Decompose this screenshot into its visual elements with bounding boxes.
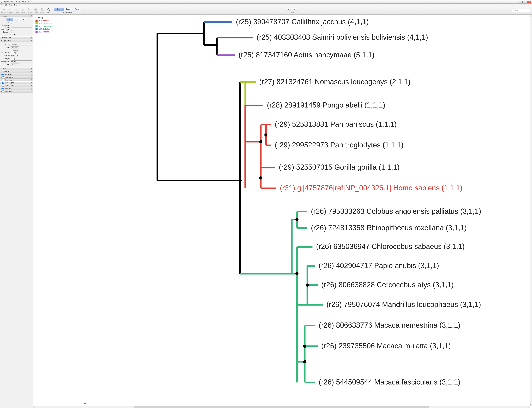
nav-prev[interactable]: ◄	[286, 8, 291, 11]
colour-icon	[34, 8, 38, 12]
annotate-icon	[27, 8, 31, 12]
nav-next[interactable]: ►	[292, 8, 297, 11]
maximize-button[interactable]: □	[523, 1, 527, 3]
find-icon	[47, 8, 50, 12]
minimize-button[interactable]: —	[518, 1, 522, 3]
svg-point-7	[47, 8, 49, 10]
selmode-taxa[interactable]: Taxa	[73, 8, 81, 11]
java-icon	[1, 1, 3, 3]
tool-collapse[interactable]: Collapse	[7, 8, 13, 13]
selmode-node[interactable]: Node	[54, 8, 63, 11]
rotate-icon	[21, 8, 25, 12]
nav-group: ◄ ► Prev/Next	[286, 8, 297, 13]
hilight-icon	[40, 8, 44, 12]
reroot-icon	[15, 8, 19, 12]
svg-marker-1	[9, 9, 11, 10]
tool-rotate[interactable]: Rotate	[20, 8, 26, 13]
window-title: FigTree v1.4.0 - 4757876_seq_tree.nex	[3, 1, 518, 3]
tool-cartoon[interactable]: Cartoon	[1, 8, 7, 13]
window-buttons: — □ ✕	[518, 1, 531, 3]
tool-annotate[interactable]: Annotate	[26, 8, 33, 13]
menu-edit[interactable]: Edit	[5, 4, 8, 6]
titlebar: FigTree v1.4.0 - 4757876_seq_tree.nex — …	[0, 0, 532, 4]
menubar: File Edit Tree Help	[0, 4, 532, 6]
selmode-caption: Selection Mode	[54, 11, 81, 13]
tool-reroot[interactable]: Reroot	[14, 8, 20, 13]
toolbar: Cartoon Collapse Reroot Rotate Annotate …	[0, 6, 532, 15]
nav-caption: Prev/Next	[286, 11, 297, 13]
svg-point-2	[28, 8, 30, 10]
selmode-clade[interactable]: Clade	[64, 8, 72, 11]
menu-tree[interactable]: Tree	[9, 4, 12, 6]
cartoon-icon	[2, 8, 6, 12]
search-icon: 🔍▾	[512, 9, 514, 12]
filter-input[interactable]	[515, 10, 532, 11]
tool-find[interactable]: Find	[45, 8, 52, 13]
tool-colour[interactable]: Colour	[33, 8, 39, 13]
close-button[interactable]: ✕	[527, 1, 531, 3]
svg-line-8	[49, 10, 50, 11]
selection-mode-group: Node Clade Taxa Selection Mode	[54, 8, 81, 13]
svg-point-4	[34, 8, 37, 11]
svg-rect-6	[41, 9, 43, 11]
menu-file[interactable]: File	[1, 4, 3, 6]
filter-box[interactable]: 🔍▾ ✕	[512, 9, 531, 12]
menu-help[interactable]: Help	[14, 4, 17, 6]
tool-hilight[interactable]: Hilight	[39, 8, 45, 13]
collapse-icon	[8, 8, 12, 12]
tool-group-main: Cartoon Collapse Reroot Rotate Annotate …	[1, 8, 52, 13]
svg-marker-0	[3, 8, 5, 11]
